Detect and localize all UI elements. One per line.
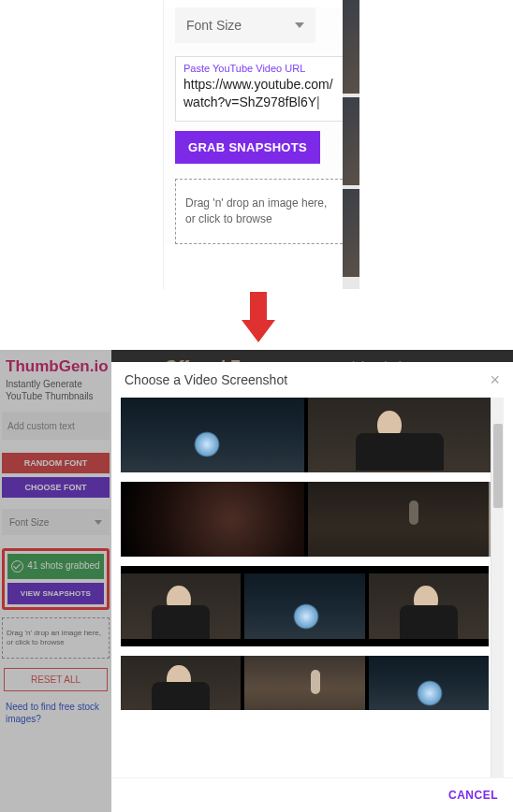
reset-all-button[interactable]: RESET ALL — [4, 668, 108, 691]
thumbnail-preview — [343, 97, 359, 185]
chevron-down-icon — [295, 22, 304, 28]
top-sidebar-panel: Font Size Paste YouTube Video URL https:… — [163, 0, 359, 289]
scrollbar-thumb[interactable] — [493, 424, 503, 508]
url-field-label: Paste YouTube Video URL — [183, 63, 339, 74]
snapshot-thumbnail[interactable] — [308, 398, 491, 472]
tutorial-highlight: 41 shots grabbed VIEW SNAPSHOTS — [2, 548, 110, 610]
close-icon[interactable]: × — [490, 371, 500, 388]
dropzone-text: Drag 'n' drop an image here, or click to… — [185, 196, 337, 227]
flow-arrow-icon — [242, 292, 275, 346]
thumbnail-preview — [343, 0, 359, 94]
app-sidebar: ThumbGen.io Instantly Generate YouTube T… — [0, 350, 111, 812]
custom-text-placeholder: Add custom text — [7, 421, 75, 431]
snapshot-thumbnail[interactable] — [244, 573, 364, 639]
font-size-select[interactable]: Font Size — [175, 7, 315, 43]
thumbnail-preview — [343, 189, 359, 277]
font-size-label: Font Size — [9, 517, 49, 528]
snapshot-thumbnail[interactable] — [121, 398, 304, 472]
modal-scrollbar[interactable] — [491, 398, 504, 777]
view-snapshots-button[interactable]: VIEW SNAPSHOTS — [7, 583, 104, 604]
snapshot-thumbnail[interactable] — [369, 656, 489, 710]
result-screenshot: Offroad Furu Brick Winds ThumbGen.io Ins… — [0, 350, 513, 812]
snapshot-row — [121, 566, 489, 646]
youtube-url-input[interactable]: Paste YouTube Video URL https://www.yout… — [175, 56, 347, 122]
font-size-label: Font Size — [186, 18, 242, 33]
snapshot-row — [121, 656, 489, 710]
snapshot-thumbnail[interactable] — [369, 573, 489, 639]
snapshot-thumbnail[interactable] — [121, 656, 241, 710]
choose-screenshot-modal: Choose a Video Screenshot × — [111, 362, 513, 812]
snapshot-thumbnail[interactable] — [308, 482, 491, 557]
thumbnail-strip — [343, 0, 359, 289]
snapshot-thumbnail[interactable] — [121, 482, 304, 557]
app-logo: ThumbGen.io — [0, 350, 111, 378]
image-dropzone[interactable]: Drag 'n' drop an image here, or click to… — [175, 179, 347, 244]
snapshot-row — [121, 398, 489, 472]
status-text: 41 shots grabbed — [27, 560, 99, 573]
grab-snapshots-button[interactable]: GRAB SNAPSHOTS — [175, 131, 320, 164]
choose-font-button[interactable]: CHOOSE FONT — [2, 477, 110, 498]
grab-status-badge: 41 shots grabbed — [7, 554, 104, 579]
url-field-value: https://www.youtube.com/watch?v=ShZ978fB… — [183, 76, 339, 111]
snapshot-row — [121, 482, 489, 557]
cancel-button[interactable]: CANCEL — [448, 789, 498, 802]
custom-text-input[interactable]: Add custom text — [2, 412, 110, 440]
app-tagline: Instantly Generate YouTube Thumbnails — [0, 378, 111, 412]
snapshot-thumbnail[interactable] — [121, 573, 241, 639]
font-size-select-mini[interactable]: Font Size — [2, 509, 110, 535]
dropzone-text: Drag 'n' drop an image here, or click to… — [7, 629, 105, 648]
stock-images-link[interactable]: Need to find free stock images? — [0, 699, 111, 727]
modal-title: Choose a Video Screenshot — [125, 372, 287, 387]
image-dropzone-mini[interactable]: Drag 'n' drop an image here, or click to… — [2, 617, 110, 659]
chevron-down-icon — [95, 520, 102, 525]
check-circle-icon — [11, 560, 23, 573]
snapshot-thumbnail[interactable] — [244, 656, 364, 710]
random-font-button[interactable]: RANDOM FONT — [2, 453, 110, 473]
